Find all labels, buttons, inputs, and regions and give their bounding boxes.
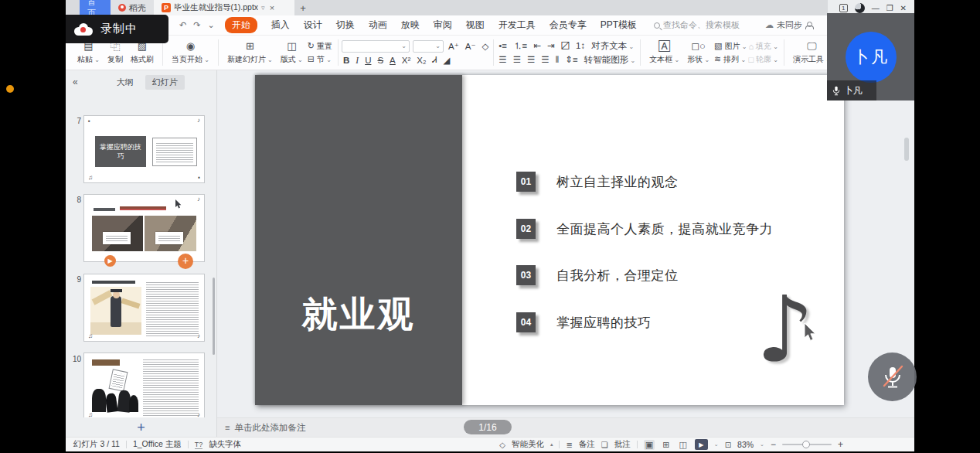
thumb8-play-badge[interactable]: ▶ bbox=[104, 255, 116, 267]
italic-button[interactable]: I bbox=[354, 56, 360, 65]
tab-slides[interactable]: 幻灯片 bbox=[145, 75, 185, 90]
slide-list-item[interactable]: 01 树立自主择业的观念 bbox=[516, 172, 679, 192]
new-tab-button[interactable]: + bbox=[294, 0, 311, 15]
undo-icon[interactable]: ↶ bbox=[179, 20, 186, 30]
format-painter-button[interactable]: ▨格式刷 bbox=[128, 40, 157, 65]
zoom-slider[interactable] bbox=[782, 444, 832, 445]
redo-icon[interactable]: ↷ bbox=[193, 20, 200, 30]
slide-thumbnail-9[interactable]: ♫ ♪ bbox=[83, 274, 205, 342]
justify-icon[interactable]: ☰ bbox=[539, 54, 550, 65]
tab-outline[interactable]: 大纲 bbox=[110, 75, 141, 90]
zoom-dropdown-icon[interactable]: ⌄ bbox=[760, 441, 764, 448]
textbox-button[interactable]: 🄰文本框 bbox=[646, 40, 682, 65]
zoom-slider-knob[interactable] bbox=[802, 441, 810, 448]
missing-font-label[interactable]: 缺失字体 bbox=[209, 439, 241, 450]
smart-graphic-button[interactable]: 转智能图形 bbox=[583, 54, 637, 66]
beautify-dropdown-icon[interactable]: ▴ bbox=[550, 441, 553, 448]
highlight-pen-icon[interactable]: ◢ bbox=[441, 55, 451, 66]
tab-docer[interactable]: 稻壳 bbox=[111, 0, 154, 15]
close-button[interactable]: ✕ bbox=[900, 4, 907, 12]
zoom-in-button[interactable]: + bbox=[838, 439, 843, 450]
menu-item-home[interactable]: 开始 bbox=[225, 17, 257, 33]
mute-microphone-button[interactable] bbox=[868, 353, 917, 401]
insert-slide-here-button[interactable]: + bbox=[178, 254, 193, 269]
menu-item-design[interactable]: 设计 bbox=[304, 19, 322, 32]
arrange-button[interactable]: ≋排列 bbox=[714, 54, 747, 65]
strikethrough-button[interactable]: S bbox=[376, 56, 385, 65]
start-from-page-button[interactable]: ◉当页开始 bbox=[168, 40, 213, 65]
shapes-button[interactable]: ◻○形状 bbox=[684, 40, 713, 65]
zoom-level[interactable]: 83% bbox=[737, 440, 754, 449]
slide-list-item[interactable]: 03 自我分析，合理定位 bbox=[516, 265, 679, 285]
outline-button[interactable]: □轮廓 bbox=[748, 54, 778, 65]
minimize-button[interactable]: — bbox=[872, 4, 880, 12]
section-button[interactable]: ⊟节 bbox=[308, 54, 332, 65]
layout-button[interactable]: ◫版式 bbox=[277, 40, 306, 65]
sync-status[interactable]: ☁ 未同步 bbox=[765, 19, 812, 31]
menu-item-devtools[interactable]: 开发工具 bbox=[499, 19, 536, 32]
menu-item-animation[interactable]: 动画 bbox=[369, 19, 387, 32]
sort-icon[interactable]: 1↕ bbox=[574, 41, 587, 50]
line-spacing-icon[interactable]: ⇕≡ bbox=[563, 54, 579, 65]
font-size-select[interactable] bbox=[413, 40, 444, 53]
menu-item-member[interactable]: 会员专享 bbox=[550, 19, 587, 32]
clear-format-icon[interactable]: ◇ bbox=[480, 41, 490, 52]
add-slide-button[interactable]: + bbox=[137, 421, 145, 434]
picture-button[interactable]: ▧图片 bbox=[714, 41, 747, 52]
new-slide-button[interactable]: ⊞新建幻灯片 bbox=[224, 40, 276, 65]
align-center-icon[interactable]: ☰ bbox=[512, 54, 522, 65]
font-family-select[interactable] bbox=[342, 40, 410, 53]
tab-flag-icon[interactable]: ▿ bbox=[261, 4, 265, 12]
decrease-indent-icon[interactable]: ⇤ bbox=[532, 40, 543, 51]
slide-title-panel[interactable]: 就业观 bbox=[255, 75, 462, 405]
char-spacing-icon[interactable]: 〼 bbox=[560, 41, 572, 50]
text-effect-icon[interactable]: Ꮧ bbox=[430, 55, 438, 65]
notes-toggle-button[interactable]: 备注 bbox=[579, 439, 595, 450]
normal-view-icon[interactable]: ▣ bbox=[644, 440, 655, 450]
align-text-button[interactable]: 对齐文本 bbox=[590, 40, 635, 52]
underline-button[interactable]: U bbox=[363, 56, 373, 65]
subscript-button[interactable]: X₂ bbox=[415, 56, 427, 65]
slide-thumbnail-8[interactable]: ♪ ▶ + bbox=[83, 194, 205, 262]
canvas-scrollbar[interactable] bbox=[904, 138, 909, 161]
menu-item-slideshow[interactable]: 放映 bbox=[401, 19, 420, 32]
restore-button[interactable]: ❐ bbox=[886, 4, 893, 12]
shrink-font-button[interactable]: A⁻ bbox=[464, 41, 478, 52]
zoom-out-button[interactable]: − bbox=[771, 439, 776, 450]
numbering-icon[interactable]: ⒈≡ bbox=[512, 40, 529, 52]
account-avatar[interactable] bbox=[855, 3, 865, 13]
slide-thumbnail-7[interactable]: ▪ ♪ 掌握应聘的技巧 ♫ ▪ bbox=[83, 115, 205, 183]
command-search[interactable]: 查找命令、搜索模板 bbox=[654, 19, 740, 31]
slide-thumbnail-10[interactable]: ♫ ♪ bbox=[83, 353, 205, 417]
theme-name[interactable]: 1_Office 主题 bbox=[133, 439, 182, 450]
ribbon-more-icon[interactable]: ⌄ bbox=[207, 20, 214, 30]
tab-home[interactable]: 首页 bbox=[80, 0, 111, 15]
increase-indent-icon[interactable]: ⇥ bbox=[546, 40, 556, 51]
play-dropdown-icon[interactable]: ⌄ bbox=[714, 441, 719, 448]
grow-font-button[interactable]: A⁺ bbox=[447, 41, 461, 52]
slide-list-item[interactable]: 02 全面提高个人素质，提高就业竞争力 bbox=[516, 219, 773, 239]
reset-button[interactable]: ↻重置 bbox=[308, 41, 332, 52]
reading-view-icon[interactable]: ◫ bbox=[677, 440, 688, 450]
video-call-overlay[interactable]: 卜凡 卜凡 bbox=[827, 13, 914, 100]
play-slideshow-button[interactable]: ▶ bbox=[695, 439, 708, 450]
bullets-icon[interactable]: •≡ bbox=[497, 41, 509, 50]
superscript-button[interactable]: X² bbox=[400, 56, 413, 65]
align-right-icon[interactable]: ☰ bbox=[526, 54, 536, 65]
recording-badge[interactable]: 录制中 bbox=[66, 15, 168, 43]
sorter-view-icon[interactable]: ⊞ bbox=[661, 440, 671, 450]
slide-list-item[interactable]: 04 掌握应聘的技巧 bbox=[516, 312, 652, 332]
notes-bar[interactable]: ≡ 单击此处添加备注 1/16 bbox=[217, 417, 914, 437]
bold-button[interactable]: B bbox=[342, 56, 351, 65]
copy-button[interactable]: ⿻复制 bbox=[104, 40, 126, 65]
menu-item-review[interactable]: 审阅 bbox=[434, 19, 452, 32]
paste-button[interactable]: ▤粘贴 bbox=[74, 40, 103, 65]
font-color-button[interactable]: A bbox=[388, 56, 397, 65]
fill-button[interactable]: ⌂填充 bbox=[748, 41, 778, 52]
columns-icon[interactable]: ⫴ bbox=[554, 55, 561, 65]
beautify-button[interactable]: 智能美化 bbox=[512, 439, 544, 450]
comments-button[interactable]: 批注 bbox=[614, 439, 631, 450]
current-slide[interactable]: 就业观 01 树立自主择业的观念 02 全面提高个人素质，提高就业竞争力 03 … bbox=[255, 75, 844, 405]
sidebar-scrollbar[interactable] bbox=[213, 278, 215, 355]
menu-item-insert[interactable]: 插入 bbox=[271, 19, 290, 32]
